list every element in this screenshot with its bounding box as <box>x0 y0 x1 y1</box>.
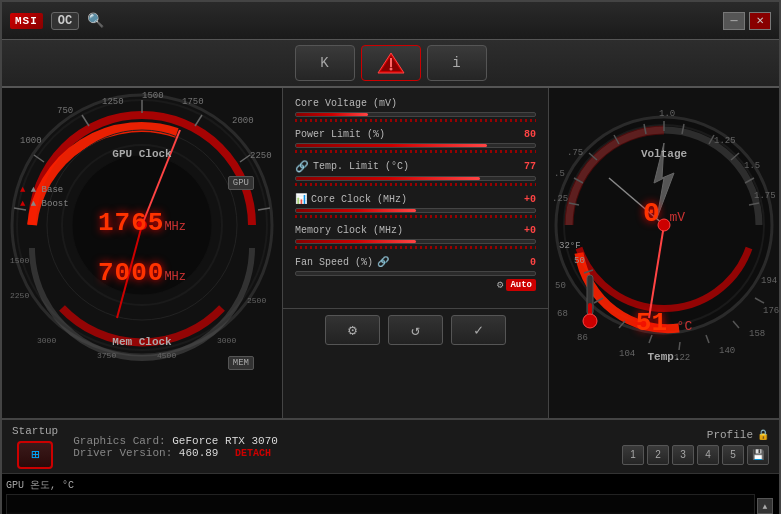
memory-clock-label: Memory Clock (MHz) <box>295 225 403 236</box>
detach-link[interactable]: DETACH <box>235 448 271 459</box>
fan-speed-bar <box>295 271 536 276</box>
left-gauge-panel: 🐉 <box>2 88 282 418</box>
profile-btn-save[interactable]: 💾 <box>747 445 769 465</box>
svg-text:2250: 2250 <box>250 151 272 161</box>
svg-text:1500: 1500 <box>10 256 29 265</box>
power-limit-row: Power Limit (%) 80 <box>295 129 536 153</box>
search-icon: 🔍 <box>87 12 104 29</box>
profile-btn-2[interactable]: 2 <box>647 445 669 465</box>
monitor-graph-container: 100 0 4.6.2 Powered By Rivatuner ▲ <box>6 494 775 514</box>
svg-line-53 <box>733 321 739 328</box>
memory-clock-bar <box>295 239 536 244</box>
core-voltage-bar <box>295 112 536 117</box>
svg-line-52 <box>706 335 709 343</box>
right-gauge-panel: .25 .5 .75 1.0 1.25 1.5 1.75 50 68 86 10… <box>549 88 779 418</box>
power-limit-dots <box>295 150 536 153</box>
svg-text:50: 50 <box>574 256 585 266</box>
reset-button[interactable]: ↺ <box>388 315 443 345</box>
memory-clock-value: +0 <box>524 225 536 236</box>
memory-clock-row: Memory Clock (MHz) +0 <box>295 225 536 249</box>
svg-text:1750: 1750 <box>182 97 204 107</box>
fan-speed-row: Fan Speed (%) 🔗 0 ⚙ Auto <box>295 256 536 291</box>
monitor-header: GPU 온도, °C <box>6 478 775 492</box>
svg-line-10 <box>195 115 202 126</box>
power-limit-bar <box>295 143 536 148</box>
center-panel: Core Voltage (mV) Power Limit (%) 80 <box>282 88 549 418</box>
settings-small-icon: ⚙ <box>497 278 504 291</box>
windows-icon: ⊞ <box>31 446 39 463</box>
bottom-buttons: ⚙ ↺ ✓ <box>283 308 548 351</box>
temp-label: Temp. <box>647 351 680 363</box>
status-bar: Startup ⊞ Graphics Card: GeForce RTX 307… <box>2 418 779 473</box>
toolbar: K i <box>2 40 779 88</box>
close-button[interactable]: ✕ <box>749 12 771 30</box>
core-clock-dots <box>295 215 536 218</box>
fan-auto-badge: Auto <box>506 279 536 291</box>
startup-button[interactable]: ⊞ <box>17 441 53 469</box>
svg-text:32°F: 32°F <box>559 241 581 251</box>
settings-button[interactable]: ⚙ <box>325 315 380 345</box>
profile-btn-4[interactable]: 4 <box>697 445 719 465</box>
monitor-area: GPU 온도, °C 100 0 4.6.2 Powered By Rivatu… <box>2 473 779 514</box>
base-label: ▲ ▲ Base <box>20 183 69 197</box>
profile-buttons: 1 2 3 4 5 💾 <box>622 445 769 465</box>
gpu-clock-value: 1765MHz <box>98 208 186 238</box>
profile-label: Profile 🔒 <box>707 429 769 441</box>
svg-point-78 <box>583 314 597 328</box>
title-left: MSI OC 🔍 <box>10 12 104 30</box>
apply-button[interactable]: ✓ <box>451 315 506 345</box>
svg-text:68: 68 <box>557 309 568 319</box>
app-content: 🐉 <box>2 88 779 418</box>
svg-text:750: 750 <box>57 106 73 116</box>
svg-text:2500: 2500 <box>247 296 266 305</box>
core-voltage-label: Core Voltage (mV) <box>295 98 397 109</box>
temp-limit-value: 77 <box>524 161 536 172</box>
svg-text:1500: 1500 <box>142 91 164 101</box>
graphics-card-label: Graphics Card: <box>73 435 165 447</box>
toolbar-btn-info[interactable]: i <box>427 45 487 81</box>
svg-text:.5: .5 <box>554 169 565 179</box>
svg-line-7 <box>82 115 89 126</box>
monitor-graph <box>6 494 755 514</box>
svg-line-51 <box>679 342 680 350</box>
toolbar-btn-k[interactable]: K <box>295 45 355 81</box>
svg-text:1.0: 1.0 <box>659 109 675 119</box>
svg-line-12 <box>258 208 270 210</box>
scroll-up-arrow[interactable]: ▲ <box>757 498 773 514</box>
oc-badge: OC <box>51 12 79 30</box>
core-clock-row: 📊 Core Clock (MHz) +0 <box>295 193 536 218</box>
core-voltage-dots <box>295 119 536 122</box>
arrow-icon <box>376 51 406 76</box>
power-limit-label: Power Limit (%) <box>295 129 385 140</box>
core-clock-fill <box>296 209 416 212</box>
temp-limit-dots <box>295 183 536 186</box>
link-icon: 🔗 <box>295 160 309 173</box>
svg-text:.25: .25 <box>552 194 568 204</box>
svg-text:158: 158 <box>749 329 765 339</box>
core-clock-bar <box>295 208 536 213</box>
toolbar-btn-arrow[interactable] <box>361 45 421 81</box>
svg-text:1.75: 1.75 <box>754 191 776 201</box>
card-info: Graphics Card: GeForce RTX 3070 Driver V… <box>73 435 607 459</box>
core-voltage-row: Core Voltage (mV) <box>295 98 536 122</box>
controls-panel: Core Voltage (mV) Power Limit (%) 80 <box>283 88 548 308</box>
svg-text:1250: 1250 <box>102 97 124 107</box>
power-limit-value: 80 <box>524 129 536 140</box>
boost-label: ▲ ▲ Boost <box>20 197 69 211</box>
svg-text:86: 86 <box>577 333 588 343</box>
profile-section: Profile 🔒 1 2 3 4 5 💾 <box>622 429 769 465</box>
temp-limit-row: 🔗 Temp. Limit (°C) 77 <box>295 160 536 186</box>
base-boost-info: ▲ ▲ Base ▲ ▲ Boost <box>20 183 69 211</box>
fan-speed-value: 0 <box>530 257 536 268</box>
profile-btn-5[interactable]: 5 <box>722 445 744 465</box>
svg-text:1.25: 1.25 <box>714 136 736 146</box>
gpu-clock-label: GPU Clock <box>112 148 171 160</box>
minimize-button[interactable]: ─ <box>723 12 745 30</box>
bar-chart-icon: 📊 <box>295 193 307 205</box>
driver-version-value: 460.89 <box>179 447 219 459</box>
svg-text:50: 50 <box>555 281 566 291</box>
graph-svg <box>7 495 754 514</box>
svg-text:.75: .75 <box>567 148 583 158</box>
profile-btn-3[interactable]: 3 <box>672 445 694 465</box>
profile-btn-1[interactable]: 1 <box>622 445 644 465</box>
